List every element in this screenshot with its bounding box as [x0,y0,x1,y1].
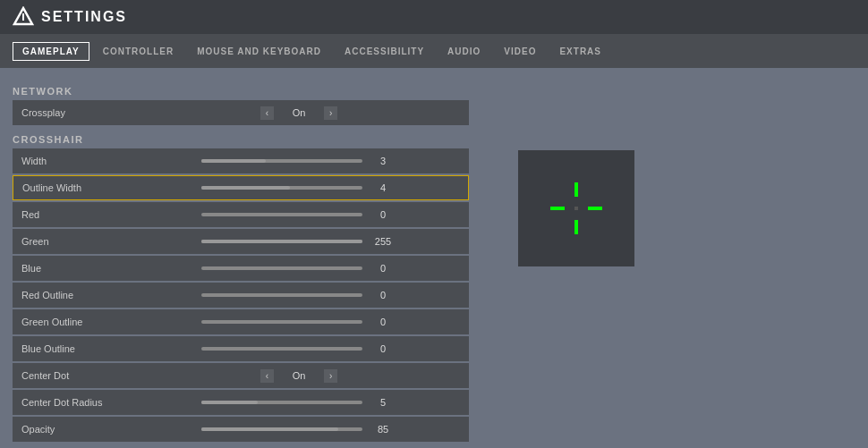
red-outline-value: 0 [370,290,396,300]
crosshair-preview [518,150,634,266]
crosshair-section-label: CROSSHAIR [13,134,469,145]
svg-rect-6 [574,207,578,210]
page-title: SETTINGS [41,9,127,25]
nav-tabs: GAMEPLAY CONTROLLER MOUSE AND KEYBOARD A… [0,34,868,68]
center-dot-row: Center Dot ‹ On › [13,363,469,388]
center-dot-radius-control: 5 [138,397,460,408]
logo: SETTINGS [13,6,127,28]
tab-controller[interactable]: CONTROLLER [93,42,183,61]
opacity-slider[interactable] [201,427,362,431]
center-dot-radius-value: 5 [370,397,396,408]
tab-extras[interactable]: EXTRAS [549,42,611,61]
outline-width-row: Outline Width 4 [13,175,469,200]
green-label: Green [21,236,138,247]
crossplay-row: Crossplay ‹ On › [13,100,469,125]
main-content: NETWORK Crossplay ‹ On › CROSSHAIR Width [0,68,868,448]
preview-panel [487,79,666,437]
green-outline-label: Green Outline [21,317,138,327]
center-dot-label: Center Dot [21,370,138,381]
network-section-label: NETWORK [13,86,469,97]
center-dot-radius-slider[interactable] [201,401,362,404]
center-dot-radius-row: Center Dot Radius 5 [13,390,469,415]
svg-rect-2 [574,182,578,197]
crossplay-label: Crossplay [21,107,138,118]
center-dot-left-arrow[interactable]: ‹ [260,369,274,383]
outline-width-value: 4 [370,182,396,193]
outline-width-slider[interactable] [201,186,362,190]
center-dot-radius-label: Center Dot Radius [21,397,138,408]
green-control: 255 [138,236,460,247]
crossplay-left-arrow[interactable]: ‹ [260,106,274,120]
red-outline-control: 0 [138,290,460,300]
red-value: 0 [370,209,396,220]
red-outline-label: Red Outline [21,290,138,300]
green-outline-control: 0 [138,317,460,327]
crosshair-settings-list: Width 3 Outline Width 4 Red [13,148,469,442]
red-outline-slider[interactable] [201,293,362,297]
green-slider[interactable] [201,240,362,243]
opacity-label: Opacity [21,424,138,435]
red-label: Red [21,209,138,220]
svg-rect-5 [588,207,602,210]
blue-outline-value: 0 [370,343,396,354]
blue-outline-slider[interactable] [201,347,362,351]
outline-width-control: 4 [139,182,459,193]
tab-accessibility[interactable]: ACCESSIBILITY [335,42,434,61]
green-value: 255 [370,236,396,247]
blue-label: Blue [21,263,138,274]
red-slider[interactable] [201,213,362,216]
blue-outline-row: Blue Outline 0 [13,336,469,361]
crossplay-right-arrow[interactable]: › [324,106,337,120]
blue-control: 0 [138,263,460,274]
blue-value: 0 [370,263,396,274]
crossplay-value: On [281,107,317,118]
logo-icon [13,6,34,28]
outline-width-label: Outline Width [22,182,139,193]
tab-gameplay[interactable]: GAMEPLAY [13,42,89,61]
red-row: Red 0 [13,202,469,227]
crosshair-svg [518,150,634,266]
crossplay-control: ‹ On › [138,106,460,120]
header: SETTINGS [0,0,868,34]
green-outline-row: Green Outline 0 [13,309,469,334]
blue-outline-label: Blue Outline [21,343,138,354]
red-outline-row: Red Outline 0 [13,283,469,308]
width-row: Width 3 [13,148,469,173]
center-dot-value: On [281,370,317,381]
green-row: Green 255 [13,229,469,254]
settings-panel: NETWORK Crossplay ‹ On › CROSSHAIR Width [13,79,469,437]
blue-outline-control: 0 [138,343,460,354]
green-outline-slider[interactable] [201,320,362,324]
tab-audio[interactable]: AUDIO [438,42,490,61]
tab-video[interactable]: VIDEO [494,42,546,61]
svg-rect-4 [550,207,565,210]
width-label: Width [21,156,138,166]
green-outline-value: 0 [370,317,396,327]
crosshair-settings-wrapper: Width 3 Outline Width 4 Red [13,148,469,444]
tab-mouse-keyboard[interactable]: MOUSE AND KEYBOARD [187,42,331,61]
blue-slider[interactable] [201,266,362,270]
svg-rect-3 [574,220,578,234]
red-control: 0 [138,209,460,220]
width-value: 3 [370,156,396,166]
center-dot-control: ‹ On › [138,369,460,383]
blue-row: Blue 0 [13,256,469,281]
opacity-row: Opacity 85 [13,417,469,442]
width-control: 3 [138,156,460,166]
opacity-value: 85 [370,424,396,435]
network-settings-list: Crossplay ‹ On › [13,100,469,125]
center-dot-right-arrow[interactable]: › [324,369,337,383]
width-slider[interactable] [201,159,362,163]
opacity-control: 85 [138,424,460,435]
